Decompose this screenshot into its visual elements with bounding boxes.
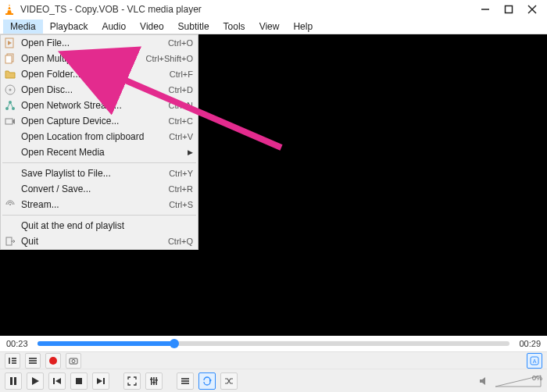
svg-rect-49 (181, 380, 189, 382)
disc-icon (4, 84, 16, 96)
menu-quit[interactable]: Quit Ctrl+Q (1, 233, 198, 249)
svg-rect-26 (12, 362, 16, 364)
time-total: 00:29 (517, 339, 541, 348)
svg-marker-36 (32, 377, 39, 385)
menu-separator (2, 215, 196, 216)
fullscreen-button[interactable] (123, 372, 141, 390)
svg-rect-27 (29, 358, 37, 359)
volume-slider[interactable]: 0% (495, 374, 542, 388)
svg-marker-38 (55, 378, 61, 384)
network-icon (4, 99, 16, 112)
svg-rect-50 (181, 383, 189, 384)
record-button[interactable] (45, 353, 61, 369)
svg-rect-42 (151, 377, 152, 385)
svg-rect-2 (8, 9, 12, 10)
playlist-prev-button[interactable] (5, 353, 20, 369)
svg-text:A: A (533, 358, 537, 364)
snapshot-button[interactable] (66, 353, 81, 369)
svg-rect-41 (103, 378, 105, 384)
svg-rect-28 (29, 360, 37, 362)
file-play-icon (4, 37, 16, 49)
svg-marker-52 (480, 377, 485, 385)
files-icon (4, 52, 16, 65)
toolbar-lower: 0% (0, 369, 547, 392)
mute-icon[interactable] (478, 375, 491, 387)
menu-open-multiple[interactable]: Open Multiple Files... Ctrl+Shift+O (1, 51, 198, 66)
svg-rect-39 (76, 378, 82, 384)
menu-open-folder[interactable]: Open Folder... Ctrl+F (1, 66, 198, 82)
folder-icon (4, 68, 16, 80)
quit-icon (4, 235, 16, 248)
svg-rect-5 (506, 6, 513, 13)
vlc-cone-icon (3, 3, 16, 16)
svg-rect-34 (10, 377, 13, 385)
minimize-button[interactable] (480, 4, 491, 15)
volume-percent: 0% (532, 374, 542, 382)
next-button[interactable] (92, 372, 109, 390)
previous-button[interactable] (48, 372, 66, 390)
menu-quit-end[interactable]: Quit at the end of playlist (1, 218, 198, 233)
play-button[interactable] (27, 372, 44, 390)
menu-open-recent[interactable]: Open Recent Media ▶ (1, 144, 198, 160)
window-title: VIDEO_TS - Copy.VOB - VLC media player (20, 4, 480, 15)
title-bar: VIDEO_TS - Copy.VOB - VLC media player (0, 0, 547, 19)
svg-rect-25 (12, 360, 16, 362)
pause-button[interactable] (5, 372, 22, 390)
menu-audio[interactable]: Audio (95, 20, 133, 34)
menu-help[interactable]: Help (286, 20, 320, 34)
svg-marker-9 (8, 41, 12, 45)
svg-rect-1 (8, 6, 11, 7)
svg-rect-23 (9, 358, 10, 364)
svg-rect-44 (156, 377, 157, 385)
menu-open-network[interactable]: Open Network Stream... Ctrl+N (1, 98, 198, 113)
svg-point-19 (9, 204, 11, 205)
shuffle-button[interactable] (220, 372, 238, 390)
video-canvas: Open File... Ctrl+O Open Multiple Files.… (0, 34, 547, 336)
close-button[interactable] (527, 4, 538, 15)
menu-open-disc[interactable]: Open Disc... Ctrl+D (1, 82, 198, 98)
svg-rect-47 (155, 380, 158, 381)
svg-marker-40 (97, 378, 102, 384)
record-icon (49, 357, 57, 365)
menu-convert-save[interactable]: Convert / Save... Ctrl+R (1, 181, 198, 197)
playlist-button[interactable] (25, 353, 41, 369)
svg-rect-11 (5, 55, 12, 63)
stop-button[interactable] (70, 372, 88, 390)
seek-thumb[interactable] (170, 339, 179, 348)
show-playlist-button[interactable] (177, 372, 194, 390)
submenu-arrow-icon: ▶ (188, 148, 193, 156)
media-dropdown: Open File... Ctrl+O Open Multiple Files.… (0, 34, 198, 250)
svg-rect-43 (153, 377, 155, 385)
time-elapsed: 00:23 (6, 339, 30, 348)
maximize-button[interactable] (503, 4, 514, 15)
menu-separator (2, 162, 196, 163)
svg-rect-48 (181, 378, 189, 380)
menu-open-capture[interactable]: Open Capture Device... Ctrl+C (1, 113, 198, 129)
seek-slider[interactable] (38, 341, 509, 346)
svg-rect-3 (5, 13, 13, 15)
loop-section-button[interactable]: A (527, 353, 542, 369)
extended-settings-button[interactable] (145, 372, 163, 390)
menu-media[interactable]: Media (3, 20, 43, 34)
capture-icon (4, 115, 16, 127)
svg-rect-24 (12, 358, 16, 359)
seek-bar-row: 00:23 00:29 (0, 336, 547, 351)
menu-open-clipboard[interactable]: Open Location from clipboard Ctrl+V (1, 129, 198, 144)
menu-view[interactable]: View (252, 20, 287, 34)
menu-tools[interactable]: Tools (216, 20, 252, 34)
window-controls (480, 4, 538, 15)
menu-stream[interactable]: Stream... Ctrl+S (1, 197, 198, 212)
toolbar-upper: A (0, 351, 547, 369)
menu-video[interactable]: Video (133, 20, 170, 34)
svg-rect-46 (152, 382, 156, 383)
menu-open-file[interactable]: Open File... Ctrl+O (1, 35, 198, 51)
menu-save-playlist[interactable]: Save Playlist to File... Ctrl+Y (1, 166, 198, 181)
seek-fill (38, 341, 174, 346)
menu-playback[interactable]: Playback (43, 20, 95, 34)
loop-button[interactable] (198, 372, 216, 390)
svg-point-31 (72, 359, 75, 362)
menu-subtitle[interactable]: Subtitle (171, 20, 216, 34)
svg-rect-37 (53, 378, 55, 384)
stream-icon (4, 198, 16, 211)
svg-rect-45 (150, 379, 153, 380)
